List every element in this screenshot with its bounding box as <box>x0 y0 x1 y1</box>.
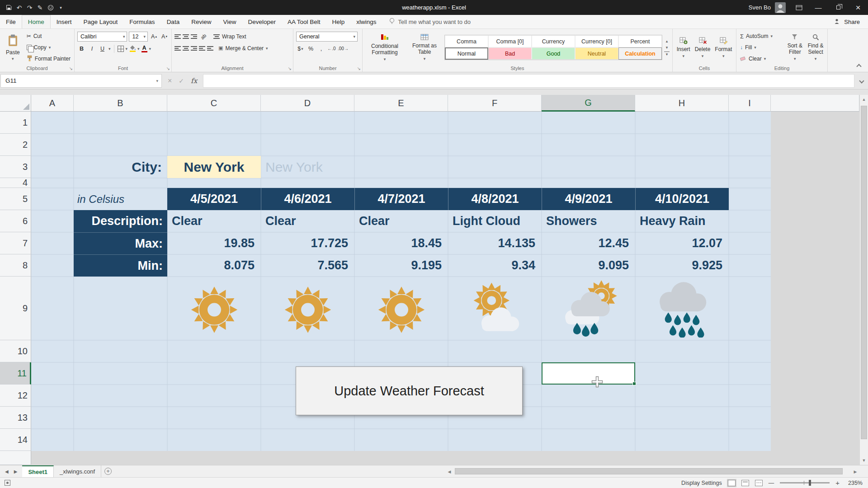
horizontal-scroll-thumb[interactable] <box>455 468 843 474</box>
row-header-6[interactable]: 6 <box>0 210 31 232</box>
ribbon-tab-formulas[interactable]: Formulas <box>123 15 160 28</box>
ribbon-tab-page-layout[interactable]: Page Layout <box>78 15 124 28</box>
gallery-down-icon[interactable]: ▾ <box>664 45 670 50</box>
name-box[interactable]: G11 ▾ <box>0 74 162 88</box>
increase-indent-icon[interactable] <box>207 46 213 51</box>
merge-center-button[interactable]: ▣Merge & Center▾ <box>217 43 269 53</box>
vertical-scrollbar[interactable]: ▲ ▼ <box>859 95 868 465</box>
gallery-more-icon[interactable]: ▾ <box>664 52 670 56</box>
vertical-scroll-thumb[interactable] <box>861 106 867 439</box>
ribbon-tab-help[interactable]: Help <box>326 15 351 28</box>
qat-customize-arrow-icon[interactable]: ▾ <box>56 5 66 10</box>
number-format-select[interactable]: General▾ <box>296 32 358 42</box>
zoom-slider-thumb[interactable] <box>809 480 811 486</box>
font-size-select[interactable]: 12▾ <box>129 32 148 42</box>
normal-view-icon[interactable] <box>728 480 736 486</box>
ribbon-tab-xlwings[interactable]: xlwings <box>350 15 382 28</box>
page-layout-view-icon[interactable] <box>741 480 749 486</box>
undo-icon[interactable]: ↶ <box>14 4 24 11</box>
format-cells-button[interactable]: Format ▾ <box>713 31 734 64</box>
align-bottom-icon[interactable] <box>191 34 197 39</box>
column-header-F[interactable]: F <box>448 95 542 112</box>
orientation-icon[interactable]: ab <box>197 30 209 42</box>
zoom-out-icon[interactable]: — <box>769 480 774 486</box>
increase-decimal-button[interactable]: ←.0 <box>327 44 336 53</box>
align-top-icon[interactable] <box>175 34 181 39</box>
row-header-4[interactable]: 4 <box>0 178 31 188</box>
minimize-button[interactable]: — <box>808 0 828 15</box>
row-header-10[interactable]: 10 <box>0 340 31 362</box>
column-header-H[interactable]: H <box>635 95 729 112</box>
cell-style-neutral[interactable]: Neutral <box>575 47 618 60</box>
fill-color-button[interactable] <box>129 45 136 52</box>
cell-style-currency[interactable]: Currency <box>532 35 575 47</box>
row-header-9[interactable]: 9 <box>0 277 31 340</box>
zoom-in-icon[interactable]: + <box>835 479 840 487</box>
row-header-13[interactable]: 13 <box>0 407 31 429</box>
macro-record-icon[interactable] <box>5 480 10 486</box>
fill-handle[interactable] <box>632 382 636 385</box>
italic-button[interactable]: I <box>88 44 96 53</box>
scroll-left-icon[interactable]: ◀ <box>445 468 453 475</box>
page-break-view-icon[interactable] <box>755 480 763 486</box>
cut-button[interactable]: ✂Cut <box>25 32 72 41</box>
row-header-12[interactable]: 12 <box>0 385 31 407</box>
cell-style-normal[interactable]: Normal <box>445 47 488 60</box>
clear-button[interactable]: Clear▾ <box>739 54 783 64</box>
sheet-tab--xlwings-conf[interactable]: _xlwings.conf <box>54 465 101 477</box>
user-name[interactable]: Sven Bo <box>749 4 771 11</box>
autosum-button[interactable]: ΣAutoSum▾ <box>739 32 783 41</box>
row-header-14[interactable]: 14 <box>0 429 31 451</box>
enter-formula-icon[interactable]: ✓ <box>179 77 184 84</box>
avatar[interactable] <box>775 2 786 13</box>
row-header-5[interactable]: 5 <box>0 188 31 210</box>
cell-style-calculation[interactable]: Calculation <box>618 47 662 60</box>
alignment-dialog-launcher[interactable]: ↘ <box>288 66 292 71</box>
formula-input[interactable] <box>203 74 854 88</box>
select-all-corner[interactable] <box>0 95 31 112</box>
align-center-icon[interactable] <box>183 46 189 51</box>
currency-format-button[interactable]: $▾ <box>296 44 305 53</box>
underline-button[interactable]: U <box>98 44 107 53</box>
bold-button[interactable]: B <box>77 44 86 53</box>
insert-function-button[interactable]: fx <box>191 77 197 85</box>
comma-format-button[interactable]: , <box>317 44 326 53</box>
column-header-C[interactable]: C <box>167 95 261 112</box>
city-input-cell[interactable]: New York <box>167 156 261 178</box>
scroll-down-icon[interactable]: ▼ <box>860 456 868 465</box>
row-header-7[interactable]: 7 <box>0 232 31 254</box>
close-button[interactable]: × <box>848 0 868 15</box>
font-dialog-launcher[interactable]: ↘ <box>166 66 170 71</box>
decrease-decimal-button[interactable]: .00→ <box>338 44 349 53</box>
font-color-button[interactable]: A <box>142 45 147 52</box>
prev-sheet-icon[interactable]: ◀ <box>5 469 9 474</box>
column-header-D[interactable]: D <box>261 95 354 112</box>
redo-icon[interactable]: ↷ <box>24 4 35 11</box>
borders-icon[interactable] <box>118 46 124 52</box>
sheet-tab-sheet1[interactable]: Sheet1 <box>22 465 54 477</box>
align-right-icon[interactable] <box>191 46 197 51</box>
share-button[interactable]: Share <box>826 15 868 28</box>
cell-style-currency-0-[interactable]: Currency [0] <box>575 35 618 47</box>
decrease-font-size-button[interactable]: A▾ <box>160 32 169 42</box>
align-left-icon[interactable] <box>175 46 181 51</box>
column-header-E[interactable]: E <box>354 95 448 112</box>
ribbon-tab-developer[interactable]: Developer <box>242 15 282 28</box>
number-dialog-launcher[interactable]: ↘ <box>357 66 361 71</box>
font-family-select[interactable]: Calibri▾ <box>77 32 127 42</box>
restore-button[interactable] <box>828 0 848 15</box>
ribbon-tab-insert[interactable]: Insert <box>51 15 78 28</box>
cell-style-percent[interactable]: Percent <box>618 35 662 47</box>
sort-filter-button[interactable]: Sort & Filter ▾ <box>784 31 805 64</box>
clipboard-dialog-launcher[interactable]: ↘ <box>69 66 73 71</box>
cancel-formula-icon[interactable]: × <box>168 77 172 85</box>
format-as-table-button[interactable]: Format as Table ▾ <box>406 31 443 64</box>
fill-button[interactable]: ↓Fill▾ <box>739 43 783 52</box>
ribbon-tab-aa-tool-belt[interactable]: AA Tool Belt <box>282 15 326 28</box>
column-header-B[interactable]: B <box>74 95 167 112</box>
feedback-smiley-icon[interactable] <box>45 5 56 11</box>
column-header-I[interactable]: I <box>729 95 771 112</box>
ribbon-tab-home[interactable]: Home <box>22 15 51 28</box>
scroll-up-icon[interactable]: ▲ <box>860 95 868 104</box>
ribbon-tab-file[interactable]: File <box>0 15 22 28</box>
